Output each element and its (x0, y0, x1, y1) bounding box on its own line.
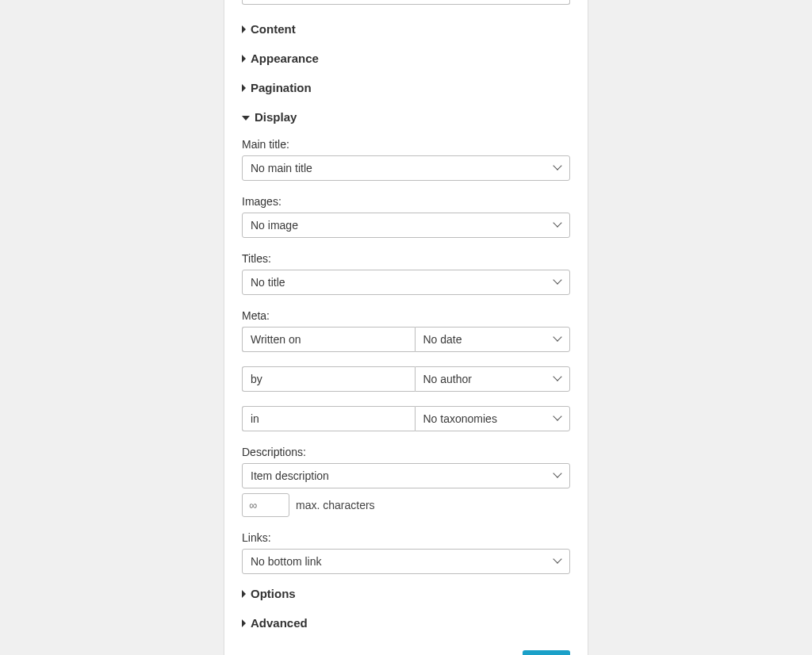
meta-date-select-wrap: No date (415, 327, 571, 352)
widget-footer: Delete Save (242, 650, 570, 655)
field-main-title: Main title: No main title (242, 138, 570, 181)
meta-author-prefix-input[interactable] (242, 366, 415, 392)
chevron-right-icon (242, 25, 246, 33)
descriptions-label: Descriptions: (242, 446, 570, 458)
section-appearance-summary[interactable]: Appearance (242, 48, 570, 68)
main-title-label: Main title: (242, 138, 570, 151)
links-select[interactable]: No bottom link (242, 549, 570, 574)
chevron-down-icon (242, 116, 250, 121)
meta-date-select[interactable]: No date (415, 327, 571, 352)
meta-row-taxonomies: No taxonomies (242, 406, 570, 431)
meta-row-date: No date (242, 327, 570, 352)
max-chars-input[interactable] (242, 493, 289, 517)
titles-select-wrap: No title (242, 270, 570, 295)
section-content-label: Content (251, 22, 296, 36)
section-appearance[interactable]: Appearance (242, 48, 570, 68)
partial-input-top (242, 0, 570, 5)
main-title-select[interactable]: No main title (242, 155, 570, 181)
section-advanced-summary[interactable]: Advanced (242, 613, 570, 633)
meta-row-author: No author (242, 366, 570, 392)
meta-label: Meta: (242, 309, 570, 322)
section-advanced[interactable]: Advanced (242, 613, 570, 633)
chevron-right-icon (242, 84, 246, 92)
section-pagination-label: Pagination (251, 81, 312, 94)
section-display[interactable]: Display Main title: No main title Images… (242, 107, 570, 574)
section-display-summary[interactable]: Display (242, 107, 570, 127)
section-display-label: Display (255, 110, 297, 124)
descriptions-select[interactable]: Item description (242, 463, 570, 488)
section-content[interactable]: Content (242, 19, 570, 39)
field-meta: Meta: No date No author (242, 309, 570, 431)
main-title-select-wrap: No main title (242, 155, 570, 181)
chevron-right-icon (242, 619, 246, 627)
images-select-wrap: No image (242, 213, 570, 238)
descriptions-max-chars: max. characters (242, 493, 570, 517)
field-links: Links: No bottom link (242, 531, 570, 574)
images-label: Images: (242, 195, 570, 208)
meta-date-prefix-input[interactable] (242, 327, 415, 352)
section-content-summary[interactable]: Content (242, 19, 570, 39)
section-options[interactable]: Options (242, 584, 570, 603)
titles-label: Titles: (242, 252, 570, 265)
images-select[interactable]: No image (242, 213, 570, 238)
widget-settings-panel: Content Appearance Pagination Display Ma… (224, 0, 588, 655)
chevron-right-icon (242, 590, 246, 598)
section-options-label: Options (251, 587, 296, 600)
links-label: Links: (242, 531, 570, 544)
field-images: Images: No image (242, 195, 570, 238)
meta-tax-select-wrap: No taxonomies (415, 406, 571, 431)
display-body: Main title: No main title Images: No ima… (242, 127, 570, 574)
chevron-right-icon (242, 55, 246, 63)
section-pagination[interactable]: Pagination (242, 78, 570, 98)
section-appearance-label: Appearance (251, 52, 319, 65)
field-descriptions: Descriptions: Item description max. char… (242, 446, 570, 517)
descriptions-select-wrap: Item description (242, 463, 570, 488)
meta-tax-prefix-input[interactable] (242, 406, 415, 431)
section-options-summary[interactable]: Options (242, 584, 570, 603)
section-pagination-summary[interactable]: Pagination (242, 78, 570, 98)
meta-author-select-wrap: No author (415, 366, 571, 392)
field-titles: Titles: No title (242, 252, 570, 295)
links-select-wrap: No bottom link (242, 549, 570, 574)
save-button[interactable]: Save (523, 650, 570, 655)
titles-select[interactable]: No title (242, 270, 570, 295)
meta-author-select[interactable]: No author (415, 366, 571, 392)
section-advanced-label: Advanced (251, 616, 308, 630)
max-chars-hint: max. characters (296, 499, 375, 511)
meta-tax-select[interactable]: No taxonomies (415, 406, 571, 431)
